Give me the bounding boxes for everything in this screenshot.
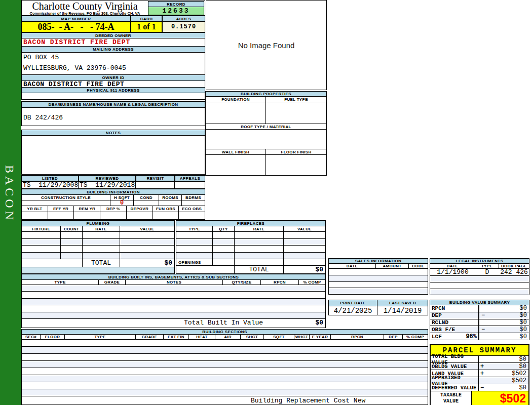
last-saved-label: LAST SAVED: [377, 300, 428, 306]
sales-headers: DATE AMOUNT CODE: [329, 264, 428, 269]
building-properties-block: BUILDING PROPERTIES FOUNDATION FUEL TYPE…: [205, 91, 327, 176]
column-header: FUN OBS: [153, 206, 179, 212]
table-row: [22, 375, 428, 382]
plumbing-total-row: TOTAL $0: [22, 259, 174, 267]
fireplaces-openings-row: OPENINGS: [176, 259, 325, 266]
built-ins-headers: TYPE GRADE NOTES QTY/SIZE RPCN % COMP: [22, 280, 325, 285]
foundation-fuel-headers: FOUNDATION FUEL TYPE: [206, 97, 326, 102]
table-row: [22, 368, 428, 375]
replacement-cost-label: Building Replacement Cost New: [251, 397, 365, 404]
table-cell: [61, 253, 83, 259]
table-cell: [176, 239, 213, 246]
column-header: SEC#: [22, 335, 41, 339]
column-header: FIXTURE: [22, 226, 61, 231]
summary-row: LCF96% $0: [430, 333, 529, 340]
summary-label: DEP: [430, 312, 478, 319]
review-labels-row: LISTED REVIEWED REVISIT APPEALS: [21, 175, 205, 181]
plumbing-footer-strip: [21, 267, 175, 274]
fireplaces-total-row: TOTAL $0: [176, 266, 325, 273]
table-cell: [48, 212, 74, 219]
column-header: REM YR: [74, 206, 100, 212]
parcel-row: TOTAL BLDG VALUE $0: [431, 356, 528, 363]
mailing-address-value: PO BOX 45 WYLLIESBURG, VA 23976-0045: [21, 52, 205, 75]
table-cell: [284, 253, 325, 259]
column-header: YR BLT: [22, 206, 48, 212]
summary-value: $0: [520, 312, 527, 319]
roof-type-label: ROOF TYPE / MATERIAL: [206, 124, 326, 130]
openings-count: [213, 259, 235, 265]
table-cell: [83, 253, 120, 259]
reviewed-value: TS 11/29/2018: [79, 182, 136, 188]
table-cell: [284, 239, 325, 246]
table-row: [22, 340, 428, 347]
listed-label: LISTED: [21, 175, 79, 181]
table-cell: [22, 212, 48, 219]
building-information-block: BUILDING INFORMATION CONSTRUCTION STYLE …: [21, 189, 205, 220]
column-header: CONSTRUCTION STYLE: [22, 195, 110, 200]
physical-911-address-value: [21, 93, 205, 100]
table-cell: [22, 232, 61, 238]
building-information-title: BUILDING INFORMATION: [21, 189, 205, 195]
legal-instrument-row: 1/1/1900 D 242 426: [430, 269, 529, 276]
summary-row: DEP −$0: [430, 312, 529, 319]
table-row: [329, 275, 428, 282]
notes-value: [21, 135, 205, 175]
openings-label: OPENINGS: [176, 259, 213, 265]
table-row: [329, 282, 428, 289]
table-cell: [83, 239, 120, 246]
print-save-block: PRINT DATE LAST SAVED 4/21/2025 1/14/201…: [328, 300, 428, 315]
record-label: RECORD: [148, 1, 204, 7]
plumbing-table: PLUMBING FIXTURE COUNT RATE VALUE TOTAL …: [21, 220, 175, 267]
table-cell: [176, 246, 213, 252]
parcel-value-cell: +$502: [479, 370, 528, 377]
map-value-row: 085- - A- - - 74-A 1 of 1 0.1570: [21, 21, 205, 32]
column-header: EFF YR: [48, 206, 74, 212]
summary-row: RPCN $0: [430, 305, 529, 312]
column-header: SQFT: [264, 335, 294, 339]
built-ins-total-label: Total Built In Value: [184, 319, 263, 327]
mailing-line1: PO BOX 45: [23, 54, 205, 61]
column-header: COUNT: [61, 226, 83, 231]
table-cell: [61, 246, 83, 252]
district-name-vertical: BACON: [3, 165, 16, 246]
appeals-value: [175, 182, 205, 188]
deeded-owner-value: BACON DISTRICT FIRE DEPT: [21, 38, 205, 47]
label-text: LCF: [432, 334, 442, 340]
parcel-value: $0: [519, 356, 526, 363]
table-cell: [120, 253, 174, 259]
table-cell: [213, 253, 235, 259]
owner-id-value: BACON DISTRICT FIRE DEPT: [21, 80, 205, 88]
table-cell: [235, 246, 284, 252]
table-row: [176, 246, 325, 253]
table-cell: [213, 246, 235, 252]
summary-row: RCLND $0: [430, 319, 529, 327]
operator: −: [481, 312, 485, 319]
table-row: [22, 246, 174, 253]
table-cell: [83, 246, 120, 252]
review-dates-block: LISTED REVIEWED REVISIT APPEALS TS 11/29…: [21, 175, 205, 189]
construction-style-value: [22, 200, 110, 206]
summary-value-cell: −$0: [478, 326, 529, 333]
foundation-value: [206, 102, 266, 124]
parcel-value-cell: $0: [479, 356, 528, 362]
summary-value-cell: $0: [478, 305, 529, 312]
table-cell: [235, 253, 284, 259]
column-header: DEP %: [100, 206, 127, 212]
foundation-label: FOUNDATION: [206, 97, 266, 102]
table-cell: [74, 212, 100, 219]
table-row: [22, 299, 325, 305]
column-header: ROOMS: [159, 195, 182, 200]
summary-value: $0: [520, 333, 527, 340]
summary-label: OBS F/E: [430, 326, 478, 333]
table-cell: [284, 246, 325, 252]
table-cell: [22, 239, 61, 246]
column-header: VALUE: [284, 226, 325, 231]
operator: −: [480, 384, 484, 391]
parcel-value: $502: [512, 370, 526, 377]
record-area: RECORD 12633: [148, 1, 205, 15]
legal-instruments-table: LEGAL INSTRUMENTS DATE TYPE BOOK PAGE 1/…: [430, 258, 529, 295]
fireplaces-title: FIREPLACES: [176, 220, 326, 226]
table-cell: [22, 246, 61, 252]
listed-value: TS 11/29/2008: [22, 182, 79, 188]
fireplaces-total-label: TOTAL: [235, 266, 284, 273]
